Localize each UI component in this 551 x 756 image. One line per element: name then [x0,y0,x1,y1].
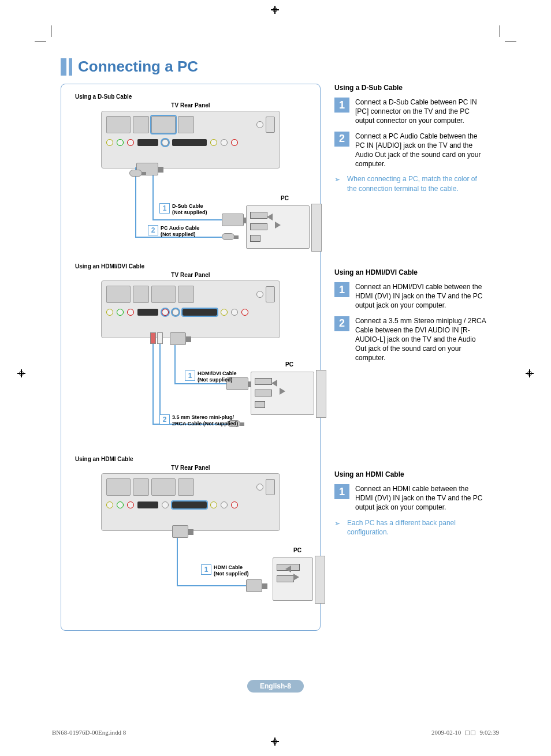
tv-rear-panel-graphic [101,280,280,338]
page-title-bar: Connecting a PC [61,58,488,76]
page-title: Connecting a PC [78,58,198,76]
step: 2 Connect a 3.5 mm Stereo miniplug / 2RC… [334,316,488,363]
cable-label: D-Sub Cable (Not supplied) [172,203,207,216]
section-heading: Using a D-Sub Cable [334,84,488,92]
footer-file: BN68-01976D-00Eng.indd 8 [52,729,126,736]
note-arrow-icon: ➣ [334,174,342,193]
rear-panel-label: TV Rear Panel [67,102,314,108]
diagram-section-label: Using an HDMI/DVI Cable [75,263,314,270]
tv-rear-panel-graphic [101,111,280,169]
placeholder-box-icon [471,731,475,735]
pc-label: PC [285,361,293,368]
step: 1 Connect a D-Sub Cable between PC IN [P… [334,98,488,126]
step-number-badge: 1 [334,484,349,499]
rear-panel-label: TV Rear Panel [67,272,314,278]
diagram-section-label: Using an HDMI Cable [75,456,314,462]
note-text: Each PC has a different back panel confi… [347,518,488,537]
cable-label: PC Audio Cable (Not supplied) [161,225,199,238]
instruction-section-dsub: Using a D-Sub Cable 1 Connect a D-Sub Ca… [334,84,488,251]
step: 1 Connect an HDMI/DVI cable between the … [334,282,488,310]
step: 2 Connect a PC Audio Cable between the P… [334,132,488,169]
step: 1 Connect an HDMI cable between the HDMI… [334,484,488,512]
instruction-section-hdmi-dvi: Using an HDMI/DVI Cable 1 Connect an HDM… [334,268,488,453]
note-arrow-icon: ➣ [334,518,342,537]
registration-mark [271,6,279,14]
footer-date: 2009-02-10 [431,729,461,736]
pc-label: PC [293,547,301,553]
step-number-badge: 2 [334,316,349,331]
title-accent-icon [61,58,66,76]
registration-mark [271,738,279,746]
note-text: When connecting a PC, match the color of… [347,174,488,193]
cable-diagram: 1 D-Sub Cable (Not supplied) 2 PC Audio … [67,173,314,260]
bidirectional-arrow-icon [267,211,281,231]
step-text: Connect an HDMI cable between the HDMI (… [355,484,488,512]
instructions-column: Using a D-Sub Cable 1 Connect a D-Sub Ca… [334,84,488,631]
cable-step-badge: 2 [148,225,158,235]
crop-mark [35,25,52,43]
cable-label: HDMI/DVI Cable (Not supplied) [198,370,237,383]
section-heading: Using an HDMI/DVI Cable [334,268,488,276]
registration-mark [17,369,25,377]
cable-step-badge: 1 [159,203,170,214]
placeholder-box-icon [465,731,470,735]
diagram-section-label: Using a D-Sub Cable [75,93,314,100]
page-content: Connecting a PC Using a D-Sub Cable TV R… [61,58,488,631]
cable-label: HDMI Cable (Not supplied) [214,564,249,577]
pc-label: PC [281,195,289,201]
bidirectional-arrow-icon [271,377,285,397]
page-number-badge: English-8 [247,680,304,693]
step-text: Connect a 3.5 mm Stereo miniplug / 2RCA … [355,316,488,363]
footer-time: 9:02:39 [479,729,499,736]
step-number-badge: 1 [334,98,349,113]
registration-mark [526,369,534,377]
diagram-box: Using a D-Sub Cable TV Rear Panel [61,84,321,631]
step-number-badge: 2 [334,132,349,147]
step-text: Connect a D-Sub Cable between PC IN [PC]… [355,98,488,126]
crop-mark [499,25,516,43]
cable-diagram: 1 HDMI Cable (Not supplied) PC [67,536,314,622]
cable-label: 3.5 mm Stereo mini-plug/ 2RCA Cable (Not… [172,414,238,427]
tv-rear-panel-graphic [101,473,280,531]
cable-step-badge: 1 [185,370,195,381]
bidirectional-arrow-icon [285,563,299,583]
step-number-badge: 1 [334,282,349,297]
title-accent-icon [69,58,72,76]
step-text: Connect a PC Audio Cable between the PC … [355,132,488,169]
instruction-section-hdmi: Using an HDMI Cable 1 Connect an HDMI ca… [334,470,488,537]
cable-step-badge: 2 [159,414,170,425]
step-text: Connect an HDMI/DVI cable between the HD… [355,282,488,310]
rear-panel-label: TV Rear Panel [67,465,314,471]
cable-diagram: 1 HDMI/DVI Cable (Not supplied) 2 3.5 mm… [67,343,314,452]
print-footer: BN68-01976D-00Eng.indd 8 2009-02-10 9:02… [52,729,499,736]
section-heading: Using an HDMI Cable [334,470,488,478]
cable-step-badge: 1 [201,564,211,575]
note: ➣ Each PC has a different back panel con… [334,518,488,537]
note: ➣ When connecting a PC, match the color … [334,174,488,193]
